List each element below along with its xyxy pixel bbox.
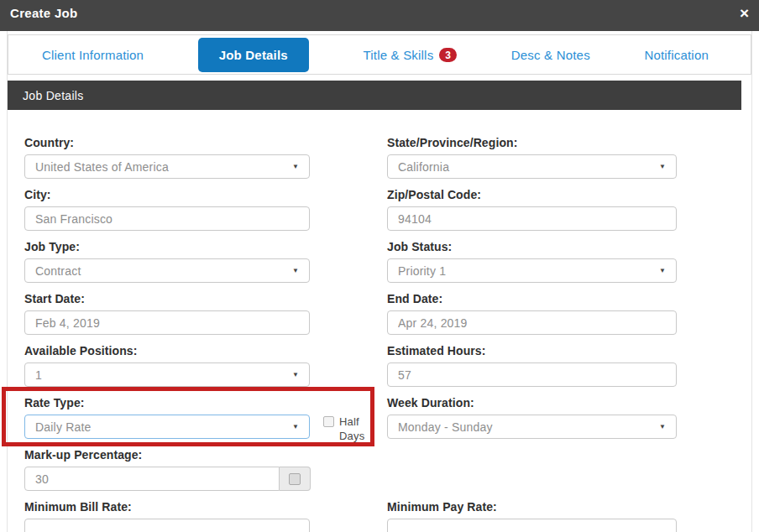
column-spacer: [387, 449, 677, 501]
min-pay-rate-label: Minimum Pay Rate:: [387, 501, 677, 513]
city-field: City:: [24, 189, 310, 231]
modal-body: Client Information Job Details Title & S…: [7, 31, 752, 532]
country-label: Country:: [24, 137, 310, 149]
chevron-down-icon: ▼: [659, 267, 666, 274]
close-icon[interactable]: ×: [740, 5, 749, 21]
half-days-checkbox[interactable]: [323, 416, 334, 427]
tab-desc-notes[interactable]: Desc & Notes: [511, 48, 590, 62]
city-label: City:: [24, 189, 310, 201]
half-days-option: Half Days: [323, 415, 367, 443]
markup-input-group: [24, 467, 311, 491]
zip-field: Zip/Postal Code:: [387, 189, 677, 231]
state-field: State/Province/Region: California ▼: [387, 137, 677, 179]
chevron-down-icon: ▼: [659, 163, 666, 170]
job-type-field: Job Type: Contract ▼: [24, 241, 310, 283]
available-positions-select[interactable]: 1 ▼: [24, 362, 310, 387]
markup-checkbox[interactable]: [289, 473, 301, 485]
min-bill-rate-field: Minimum Bill Rate:: [24, 501, 310, 532]
chevron-down-icon: ▼: [292, 267, 299, 274]
job-type-label: Job Type:: [24, 241, 310, 253]
country-field: Country: United States of America ▼: [24, 137, 310, 179]
half-days-label: Half Days: [339, 415, 367, 443]
rate-type-select[interactable]: Daily Rate ▼: [24, 415, 310, 439]
country-select[interactable]: United States of America ▼: [24, 154, 310, 179]
start-date-input[interactable]: [24, 310, 310, 335]
markup-percentage-field: Mark-up Percentage:: [24, 449, 310, 491]
zip-input[interactable]: [387, 206, 677, 231]
scrolled-content-sliver: [0, 25, 759, 31]
state-label: State/Province/Region:: [387, 137, 677, 149]
estimated-hours-input[interactable]: [387, 362, 677, 387]
form-column-right: State/Province/Region: California ▼ Zip/…: [387, 137, 677, 532]
chevron-down-icon: ▼: [292, 423, 299, 430]
job-status-select[interactable]: Priority 1 ▼: [387, 258, 677, 283]
chevron-down-icon: ▼: [292, 371, 299, 378]
form-column-left: Country: United States of America ▼ City…: [24, 137, 310, 532]
tab-title-skills[interactable]: Title & Skills 3: [363, 48, 457, 62]
rate-type-field: Rate Type: Daily Rate ▼ Half Days: [24, 397, 310, 439]
week-duration-select[interactable]: Monday - Sunday ▼: [387, 415, 677, 439]
estimated-hours-label: Estimated Hours:: [387, 345, 677, 357]
start-date-label: Start Date:: [24, 293, 310, 305]
week-duration-label: Week Duration:: [387, 397, 677, 409]
end-date-field: End Date:: [387, 293, 677, 335]
tab-bar: Client Information Job Details Title & S…: [8, 34, 751, 75]
section-header: Job Details: [8, 81, 741, 110]
tab-notification[interactable]: Notification: [644, 48, 709, 62]
markup-percentage-label: Mark-up Percentage:: [24, 449, 310, 461]
chevron-down-icon: ▼: [292, 163, 299, 170]
city-input[interactable]: [24, 206, 310, 231]
chevron-down-icon: ▼: [659, 423, 666, 430]
min-bill-rate-label: Minimum Bill Rate:: [24, 501, 310, 513]
min-pay-rate-field: Minimum Pay Rate:: [387, 501, 677, 532]
state-select[interactable]: California ▼: [387, 154, 677, 179]
available-positions-field: Available Positions: 1 ▼: [24, 345, 310, 387]
markup-percentage-input[interactable]: [24, 467, 280, 491]
section-title: Job Details: [23, 89, 84, 102]
job-type-select[interactable]: Contract ▼: [24, 258, 310, 283]
error-count-badge: 3: [439, 48, 457, 62]
week-duration-field: Week Duration: Monday - Sunday ▼: [387, 397, 677, 439]
tab-job-details[interactable]: Job Details: [198, 38, 309, 72]
job-status-field: Job Status: Priority 1 ▼: [387, 241, 677, 283]
start-date-field: Start Date:: [24, 293, 310, 335]
min-pay-rate-input[interactable]: [387, 519, 677, 532]
available-positions-label: Available Positions:: [24, 345, 310, 357]
rate-type-label: Rate Type:: [24, 397, 310, 409]
markup-addon: [280, 467, 311, 491]
tab-client-information[interactable]: Client Information: [42, 48, 144, 62]
modal-title: Create Job: [10, 6, 78, 20]
modal-header: Create Job ×: [0, 0, 759, 25]
end-date-label: End Date:: [387, 293, 677, 305]
estimated-hours-field: Estimated Hours:: [387, 345, 677, 387]
min-bill-rate-input[interactable]: [24, 519, 310, 532]
job-details-form: Country: United States of America ▼ City…: [8, 110, 751, 532]
end-date-input[interactable]: [387, 310, 677, 335]
zip-label: Zip/Postal Code:: [387, 189, 677, 201]
job-status-label: Job Status:: [387, 241, 677, 253]
